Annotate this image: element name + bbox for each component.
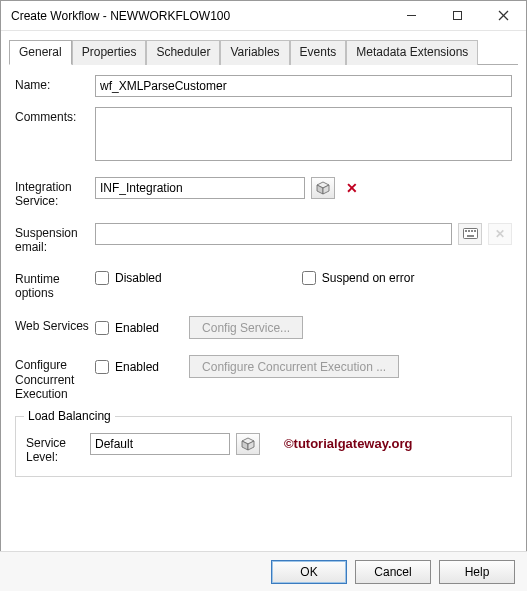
config-service-button: Config Service... bbox=[189, 316, 303, 339]
clear-integration-button[interactable]: ✕ bbox=[341, 181, 363, 196]
tab-metadata[interactable]: Metadata Extensions bbox=[346, 40, 478, 65]
close-button[interactable] bbox=[480, 1, 526, 31]
configure-concurrent-button: Configure Concurrent Execution ... bbox=[189, 355, 399, 378]
suspend-checkbox-label: Suspend on error bbox=[322, 271, 415, 285]
svg-rect-11 bbox=[474, 230, 476, 232]
disabled-checkbox-label: Disabled bbox=[115, 271, 162, 285]
runtime-label: Runtime options bbox=[15, 269, 95, 301]
suspend-on-error-checkbox[interactable]: Suspend on error bbox=[302, 271, 415, 285]
tab-events[interactable]: Events bbox=[290, 40, 347, 65]
load-balancing-legend: Load Balancing bbox=[24, 409, 115, 423]
minimize-button[interactable] bbox=[388, 1, 434, 31]
cancel-button[interactable]: Cancel bbox=[355, 560, 431, 584]
keyboard-button[interactable] bbox=[458, 223, 482, 245]
title-bar: Create Workflow - NEWWORKFLOW100 bbox=[1, 1, 526, 31]
maximize-button[interactable] bbox=[434, 1, 480, 31]
browse-service-level-button[interactable] bbox=[236, 433, 260, 455]
tab-scheduler[interactable]: Scheduler bbox=[146, 40, 220, 65]
dialog-footer: OK Cancel Help bbox=[0, 551, 527, 591]
help-button[interactable]: Help bbox=[439, 560, 515, 584]
svg-rect-8 bbox=[465, 230, 467, 232]
suspension-label: Suspension email: bbox=[15, 223, 95, 255]
tab-general[interactable]: General bbox=[9, 40, 72, 65]
load-balancing-group: Load Balancing Service Level: ©tutorialg… bbox=[15, 416, 512, 478]
clear-suspension-button: ✕ bbox=[488, 223, 512, 245]
watermark-text: ©tutorialgateway.org bbox=[284, 436, 413, 451]
name-input[interactable] bbox=[95, 75, 512, 97]
concurrent-enabled-checkbox[interactable]: Enabled bbox=[95, 360, 159, 374]
tab-properties[interactable]: Properties bbox=[72, 40, 147, 65]
tab-strip: General Properties Scheduler Variables E… bbox=[9, 39, 518, 65]
svg-rect-12 bbox=[467, 235, 474, 237]
service-level-input[interactable] bbox=[90, 433, 230, 455]
integration-service-input[interactable] bbox=[95, 177, 305, 199]
svg-rect-9 bbox=[468, 230, 470, 232]
web-enabled-label: Enabled bbox=[115, 321, 159, 335]
web-services-label: Web Services bbox=[15, 316, 95, 333]
disabled-checkbox[interactable]: Disabled bbox=[95, 271, 162, 285]
concurrent-label: Configure Concurrent Execution bbox=[15, 355, 95, 401]
concurrent-enabled-label: Enabled bbox=[115, 360, 159, 374]
browse-integration-button[interactable] bbox=[311, 177, 335, 199]
tab-variables[interactable]: Variables bbox=[220, 40, 289, 65]
x-icon: ✕ bbox=[346, 180, 358, 196]
comments-label: Comments: bbox=[15, 107, 95, 124]
name-label: Name: bbox=[15, 75, 95, 92]
general-panel: Name: Comments: Integration Service: ✕ S… bbox=[1, 65, 526, 483]
svg-rect-10 bbox=[471, 230, 473, 232]
service-level-label: Service Level: bbox=[26, 433, 90, 465]
suspension-email-input[interactable] bbox=[95, 223, 452, 245]
window-title: Create Workflow - NEWWORKFLOW100 bbox=[11, 9, 388, 23]
web-enabled-checkbox[interactable]: Enabled bbox=[95, 321, 159, 335]
x-icon: ✕ bbox=[495, 227, 505, 241]
svg-rect-1 bbox=[453, 12, 461, 20]
ok-button[interactable]: OK bbox=[271, 560, 347, 584]
integration-label: Integration Service: bbox=[15, 177, 95, 209]
comments-textarea[interactable] bbox=[95, 107, 512, 161]
